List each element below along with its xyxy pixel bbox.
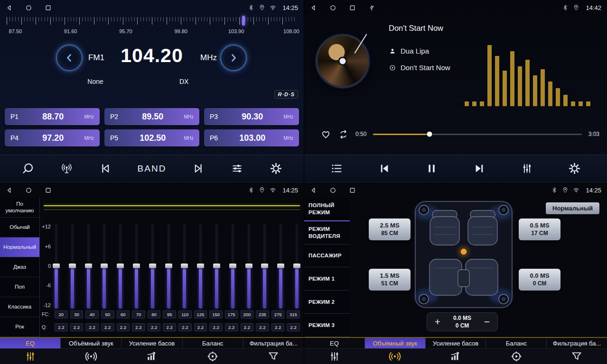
sound-mode-3[interactable]: РЕЖИМ 1 [304,267,350,291]
broadcast-icon[interactable] [60,162,73,175]
scan-icon[interactable] [21,162,34,175]
eq-band-slider-5[interactable] [134,223,139,309]
eq-band-slider-9[interactable] [198,223,203,309]
recents-icon[interactable] [349,4,356,11]
eq-band-slider-7[interactable] [167,223,171,309]
tab-2[interactable]: Усиление басов [426,338,486,348]
eq-band-slider-0[interactable] [54,223,58,309]
slider-knob[interactable] [117,264,124,268]
tab-1[interactable]: Объёмный звук [61,338,121,348]
tab-icon-surround[interactable] [61,349,121,364]
pause-icon[interactable] [425,162,438,175]
eq-band-slider-1[interactable] [70,223,75,309]
eq-preset-3[interactable]: Джаз [0,257,39,277]
slider-knob[interactable] [293,264,300,268]
eq-preset-2[interactable]: Нормальный [0,237,39,257]
eq-band-slider-15[interactable] [295,223,299,309]
preset-button-p3[interactable]: P390.30MHz [204,108,299,125]
preset-button-p4[interactable]: P497.20MHz [5,129,100,146]
tab-icon-bass[interactable] [425,349,486,364]
slider-knob[interactable] [101,264,108,268]
slider-knob[interactable] [53,264,60,268]
home-icon[interactable] [25,187,32,194]
previous-station-button[interactable] [56,45,83,71]
slider-knob[interactable] [69,264,76,268]
seek-bar[interactable] [373,134,581,135]
tab-0[interactable]: EQ [304,338,365,348]
recents-icon[interactable] [45,4,52,11]
tab-icon-filter[interactable] [546,349,607,364]
mixer-icon[interactable] [521,162,533,175]
sound-mode-2[interactable]: ПАССАЖИР [304,245,350,268]
eq-band-slider-13[interactable] [262,223,267,309]
decrease-delay-button[interactable]: − [480,315,494,328]
progress-thumb[interactable] [427,132,432,137]
eq-band-slider-6[interactable] [150,223,155,309]
slider-knob[interactable] [197,264,204,268]
eq-preset-5[interactable]: Классика [0,297,39,317]
eq-preset-0[interactable]: По умолчанию [0,198,39,218]
eq-band-slider-8[interactable] [182,223,187,309]
preset-button-p2[interactable]: P289.50MHz [104,108,199,125]
slider-knob[interactable] [85,264,92,268]
tab-2[interactable]: Усиление басов [121,338,182,348]
dial-thumb[interactable] [242,16,245,26]
recents-icon[interactable] [349,187,356,194]
slider-knob[interactable] [229,264,236,268]
slider-knob[interactable] [181,264,188,268]
sound-mode-4[interactable]: РЕЖИМ 2 [304,291,350,314]
slider-knob[interactable] [133,264,140,268]
settings-gear-icon[interactable] [568,162,581,175]
eq-band-slider-2[interactable] [86,223,91,309]
slider-knob[interactable] [277,264,284,268]
tuner-dial[interactable]: 87.5091.6095.7099.80103.90108.00 [7,17,297,40]
slider-knob[interactable] [213,264,220,268]
tab-0[interactable]: EQ [0,338,61,348]
tab-icon-filter[interactable] [243,349,304,364]
back-icon[interactable] [310,4,317,11]
slider-knob[interactable] [245,264,252,268]
eq-band-slider-4[interactable] [118,223,122,309]
sound-mode-0[interactable]: ПОЛНЫЙ РЕЖИМ [304,198,350,221]
playlist-icon[interactable] [330,162,343,175]
tab-icon-eq[interactable] [304,349,365,364]
tab-icon-bass[interactable] [121,349,182,364]
home-icon[interactable] [329,187,336,194]
home-icon[interactable] [329,4,336,11]
tab-icon-eq[interactable] [0,349,61,364]
back-icon[interactable] [310,187,317,194]
sound-mode-1[interactable]: РЕЖИМ ВОДИТЕЛЯ [304,221,350,245]
sound-mode-5[interactable]: РЕЖИМ 3 [304,314,350,337]
eq-band-slider-11[interactable] [231,223,235,309]
tab-icon-balance[interactable] [486,349,547,364]
previous-track-icon[interactable] [99,162,112,175]
tab-3[interactable]: Баланс [486,338,547,348]
back-icon[interactable] [6,4,13,11]
eq-band-slider-10[interactable] [215,223,219,309]
preset-button-p5[interactable]: P5102.50MHz [104,129,199,146]
next-track-icon[interactable] [192,162,205,175]
slider-knob[interactable] [165,264,172,268]
next-track-icon[interactable] [473,162,486,175]
eq-band-slider-14[interactable] [279,223,283,309]
tab-3[interactable]: Баланс [183,338,243,348]
tune-settings-icon[interactable] [231,162,243,175]
tab-icon-surround[interactable] [365,349,426,364]
slider-knob[interactable] [261,264,268,268]
tab-icon-balance[interactable] [182,349,243,364]
tab-1[interactable]: Объёмный звук [365,338,426,348]
eq-preset-4[interactable]: Поп [0,277,39,297]
increase-delay-button[interactable]: + [431,315,444,328]
repeat-icon[interactable] [338,129,349,140]
favorite-heart-icon[interactable] [320,129,331,140]
eq-preset-1[interactable]: Обычай [0,218,39,237]
band-button[interactable]: BAND [138,164,167,174]
previous-track-icon[interactable] [378,162,391,175]
slider-knob[interactable] [149,264,156,268]
eq-preset-6[interactable]: Рок [0,317,39,337]
back-icon[interactable] [6,187,13,194]
tab-4[interactable]: Фильтрация ба... [547,338,607,348]
recents-icon[interactable] [45,187,52,194]
next-station-button[interactable] [220,45,247,71]
tab-4[interactable]: Фильтрация ба... [243,338,304,348]
